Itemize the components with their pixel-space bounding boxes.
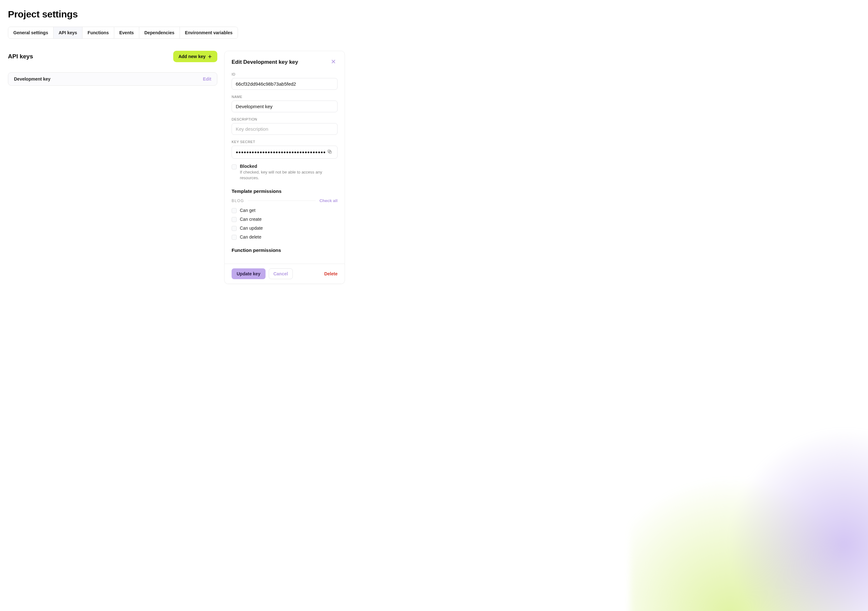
perm-can-update-label: Can update [240, 226, 263, 231]
section-title: API keys [8, 53, 33, 60]
tab-events[interactable]: Events [114, 27, 139, 39]
description-input[interactable] [232, 123, 338, 135]
key-secret-label: KEY SECRET [232, 140, 338, 144]
divider [248, 200, 316, 201]
tab-dependencies[interactable]: Dependencies [139, 27, 180, 39]
tab-general-settings[interactable]: General settings [8, 27, 54, 39]
perm-can-get-checkbox[interactable] [232, 208, 237, 213]
perm-can-create-checkbox[interactable] [232, 217, 237, 222]
tab-environment-variables[interactable]: Environment variables [180, 27, 238, 39]
check-all-link[interactable]: Check all [319, 198, 338, 203]
edit-key-link[interactable]: Edit [203, 76, 211, 82]
copy-secret-button[interactable] [325, 147, 334, 157]
tab-functions[interactable]: Functions [82, 27, 114, 39]
delete-key-button[interactable]: Delete [324, 271, 338, 276]
close-panel-button[interactable] [329, 57, 338, 67]
template-group-name: BLOG [232, 198, 244, 203]
id-label: ID [232, 72, 338, 76]
update-key-button[interactable]: Update key [232, 268, 265, 279]
api-key-row: Development key Edit [8, 72, 217, 86]
page-title: Project settings [8, 9, 860, 20]
perm-can-delete-label: Can delete [240, 234, 261, 239]
panel-title: Edit Development key key [232, 59, 298, 65]
blocked-description: If checked, key will not be able to acce… [240, 169, 338, 181]
perm-can-get-label: Can get [240, 208, 256, 213]
copy-icon [327, 149, 332, 154]
perm-can-create-label: Can create [240, 217, 261, 222]
perm-can-update-checkbox[interactable] [232, 226, 237, 231]
key-secret-masked: ●●●●●●●●●●●●●●●●●●●●●●●●●●●●●●●●●●●●●●●●… [236, 150, 325, 155]
add-new-key-button[interactable]: Add new key [173, 51, 217, 62]
add-new-key-label: Add new key [178, 54, 206, 59]
function-permissions-title: Function permissions [232, 247, 338, 253]
tabs-nav: General settings API keys Functions Even… [8, 26, 238, 39]
close-icon [330, 59, 336, 64]
tab-api-keys[interactable]: API keys [54, 27, 82, 39]
key-secret-field: ●●●●●●●●●●●●●●●●●●●●●●●●●●●●●●●●●●●●●●●●… [232, 146, 338, 159]
perm-can-delete-checkbox[interactable] [232, 235, 237, 240]
description-label: DESCRIPTION [232, 117, 338, 121]
api-key-name: Development key [14, 76, 50, 82]
blocked-checkbox[interactable] [232, 164, 237, 169]
blocked-label: Blocked [240, 164, 338, 169]
template-permissions-title: Template permissions [232, 188, 338, 194]
edit-key-panel: Edit Development key key ID 66cf32dd946c… [224, 51, 345, 284]
plus-icon [208, 54, 212, 59]
name-input[interactable] [232, 101, 338, 112]
name-label: NAME [232, 95, 338, 99]
id-value[interactable]: 66cf32dd946c98b73ab5fed2 [232, 78, 338, 90]
cancel-button[interactable]: Cancel [269, 268, 293, 279]
